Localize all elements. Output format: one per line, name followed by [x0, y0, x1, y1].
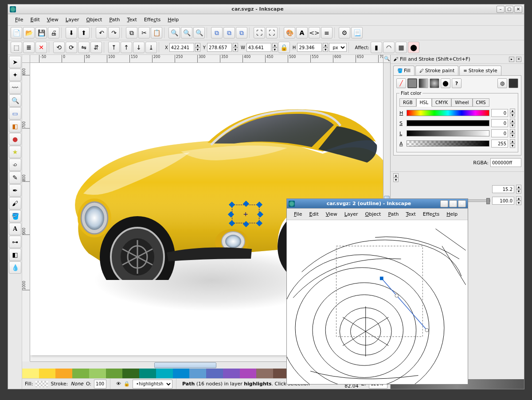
- pencil-tool[interactable]: ✎: [9, 171, 21, 184]
- new-button[interactable]: 📄: [11, 27, 22, 39]
- titlebar[interactable]: car.svgz - Inkscape – ▢ ✕: [8, 4, 524, 14]
- flip-v-button[interactable]: ⇵: [90, 42, 102, 53]
- maximize-button[interactable]: ▢: [505, 6, 513, 13]
- swatch[interactable]: [72, 369, 89, 378]
- hue-input[interactable]: [491, 109, 508, 117]
- zoom-tool[interactable]: 🔍: [9, 94, 21, 107]
- paste-button[interactable]: 📋: [151, 27, 162, 39]
- bucket-tool[interactable]: 🪣: [9, 210, 21, 222]
- menu-text[interactable]: Text: [403, 210, 419, 218]
- menu-view[interactable]: View: [322, 210, 341, 218]
- swatch[interactable]: [256, 369, 273, 378]
- x-spinner[interactable]: ▲▼: [195, 43, 200, 52]
- duplicate-button[interactable]: ⧉: [211, 27, 223, 39]
- menu-path[interactable]: Path: [106, 16, 123, 24]
- menu-view[interactable]: View: [43, 16, 62, 24]
- tab-hsl[interactable]: HSL: [416, 98, 432, 107]
- export-button[interactable]: ⬆: [78, 27, 90, 39]
- undo-button[interactable]: ↶: [96, 27, 107, 39]
- swatch[interactable]: [206, 369, 223, 378]
- dock-minimize-icon[interactable]: ▸: [509, 57, 514, 62]
- menu-effects[interactable]: Effects: [419, 210, 443, 218]
- xml-button[interactable]: <>: [309, 27, 320, 39]
- menu-help[interactable]: Help: [164, 16, 182, 24]
- lock-aspect-button[interactable]: 🔒: [278, 42, 290, 53]
- swatch[interactable]: [55, 369, 72, 378]
- tweak-tool[interactable]: 〰: [9, 82, 21, 94]
- outline-titlebar[interactable]: car.svgz: 2 (outline) - Inkscape – ▢ ✕: [287, 199, 468, 209]
- copy-button[interactable]: ⧉: [126, 27, 137, 39]
- spiral-tool[interactable]: ꩜: [9, 159, 21, 171]
- text-dialog-button[interactable]: A: [296, 27, 308, 39]
- master-opacity-input[interactable]: [492, 197, 514, 205]
- affect-stroke-button[interactable]: ▮: [371, 42, 382, 53]
- zoom-page-button[interactable]: 🔍: [193, 27, 205, 39]
- h-input[interactable]: [297, 43, 322, 52]
- menu-help[interactable]: Help: [443, 210, 461, 218]
- connector-tool[interactable]: ⊶: [9, 236, 21, 248]
- tab-wheel[interactable]: Wheel: [451, 98, 472, 107]
- align-button[interactable]: ≡: [321, 27, 332, 39]
- star-tool[interactable]: ★: [9, 146, 21, 158]
- tab-rgb[interactable]: RGB: [399, 98, 416, 107]
- alpha-input[interactable]: [491, 140, 508, 148]
- sat-input[interactable]: [491, 119, 508, 127]
- lower-button[interactable]: ↓: [133, 42, 145, 53]
- swatch[interactable]: [39, 369, 56, 378]
- zoom-drawing-button[interactable]: 🔍: [181, 27, 192, 39]
- fill-dialog-button[interactable]: 🎨: [284, 27, 295, 39]
- h-spinner[interactable]: ▲▼: [323, 43, 328, 52]
- menu-object[interactable]: Object: [83, 16, 106, 24]
- affect-corners-button[interactable]: ◠: [383, 42, 395, 53]
- tab-cms[interactable]: CMS: [473, 98, 489, 107]
- tab-stroke-style[interactable]: ≡Stroke style: [459, 66, 501, 75]
- import-button[interactable]: ⬇: [66, 27, 77, 39]
- units-select[interactable]: px: [329, 43, 347, 52]
- docprops-button[interactable]: 📃: [351, 27, 363, 39]
- lig-slider[interactable]: [407, 130, 489, 136]
- group-button[interactable]: ⛶: [254, 27, 265, 39]
- menu-object[interactable]: Object: [362, 210, 385, 218]
- menu-edit[interactable]: Edit: [27, 16, 43, 24]
- menu-edit[interactable]: Edit: [305, 210, 322, 218]
- swatch[interactable]: [156, 369, 173, 378]
- menu-text[interactable]: Text: [124, 16, 141, 24]
- swatch[interactable]: [240, 369, 257, 378]
- pattern-button[interactable]: ⬤: [441, 78, 450, 88]
- gradient-tool[interactable]: ◧: [9, 249, 21, 261]
- outline-close-button[interactable]: ✕: [458, 200, 466, 207]
- cut-button[interactable]: ✂: [138, 27, 150, 39]
- rect-tool[interactable]: ▭: [9, 107, 21, 120]
- unlink-button[interactable]: ⧉: [236, 27, 247, 39]
- text-tool[interactable]: A: [9, 223, 21, 235]
- selection-box[interactable]: +: [232, 205, 259, 223]
- outline-maximize-button[interactable]: ▢: [449, 200, 457, 207]
- affect-gradient-button[interactable]: ▦: [395, 42, 407, 53]
- redo-button[interactable]: ↷: [108, 27, 120, 39]
- menu-effects[interactable]: Effects: [141, 16, 164, 24]
- node-tool[interactable]: ✦: [9, 69, 21, 81]
- fill-nonzero-button[interactable]: ◍: [509, 78, 518, 88]
- flat-color-button[interactable]: [407, 78, 417, 88]
- swatch[interactable]: [223, 369, 240, 378]
- zoom-icon[interactable]: 🔍: [383, 55, 390, 62]
- select-layers-button[interactable]: ≣: [23, 42, 35, 53]
- 3dbox-tool[interactable]: ◧: [9, 120, 21, 132]
- fill-chip[interactable]: [35, 381, 48, 387]
- open-button[interactable]: 📂: [23, 27, 35, 39]
- rotate-ccw-button[interactable]: ⟲: [53, 42, 65, 53]
- linear-gradient-button[interactable]: [419, 78, 428, 88]
- select-all-button[interactable]: ⬚: [11, 42, 22, 53]
- bezier-tool[interactable]: ✒: [9, 184, 21, 197]
- swatch[interactable]: [89, 369, 106, 378]
- menu-file[interactable]: File: [290, 210, 305, 218]
- print-button[interactable]: 🖨: [48, 27, 59, 39]
- swatch[interactable]: [173, 369, 190, 378]
- outline-minimize-button[interactable]: –: [440, 200, 448, 207]
- affect-pattern-button[interactable]: ⬤: [408, 42, 419, 53]
- sat-slider[interactable]: [407, 120, 489, 126]
- no-paint-button[interactable]: ╱: [396, 78, 406, 88]
- menu-path[interactable]: Path: [384, 210, 402, 218]
- deselect-button[interactable]: ✕: [35, 42, 47, 53]
- save-button[interactable]: 💾: [35, 27, 47, 39]
